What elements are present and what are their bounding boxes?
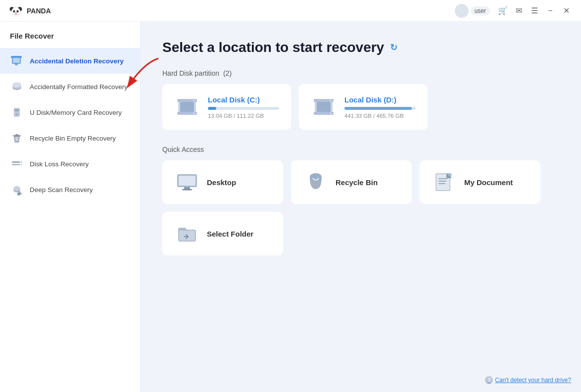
sidebar-item-deep-scan[interactable]: Deep Scan Recovery: [0, 177, 140, 202]
svg-point-25: [20, 164, 21, 165]
sidebar-label-deep-scan: Deep Scan Recovery: [30, 186, 93, 194]
svg-point-3: [11, 7, 20, 16]
desktop-icon: [175, 170, 199, 194]
svg-point-24: [20, 161, 21, 162]
quick-card-recycle-bin[interactable]: Recycle Bin: [291, 160, 412, 204]
svg-rect-50: [438, 181, 446, 182]
disk-c-bar: [208, 107, 279, 110]
svg-rect-36: [317, 102, 331, 112]
quick-label-select-folder: Select Folder: [207, 230, 253, 238]
help-link-text: Can't detect your hard drive?: [495, 377, 571, 384]
disk-grid: Local Disk (C:) 13.04 GB / 111.22 GB: [162, 84, 559, 130]
disk-d-info: Local Disk (D:) 441.33 GB / 465.76 GB: [344, 96, 416, 119]
sidebar-item-disk-loss[interactable]: Disk Loss Recovery: [0, 151, 140, 177]
svg-point-5: [16, 10, 18, 12]
quick-label-recycle-bin: Recycle Bin: [336, 178, 378, 187]
disk-c-info: Local Disk (C:) 13.04 GB / 111.22 GB: [208, 96, 279, 119]
svg-point-34: [194, 113, 195, 114]
svg-rect-44: [182, 189, 192, 191]
svg-rect-15: [15, 109, 19, 111]
page-title-text: Select a location to start recovery: [162, 40, 384, 55]
svg-point-28: [17, 193, 20, 196]
quick-access-section-title: Quick Access: [162, 146, 559, 153]
disk-card-d[interactable]: Local Disk (D:) 441.33 GB / 465.76 GB: [299, 84, 428, 130]
sidebar-item-accidental-deletion[interactable]: Accidental Deletion Recovery: [0, 48, 140, 74]
svg-rect-51: [438, 183, 445, 184]
svg-point-27: [13, 186, 20, 191]
help-icon: ?: [485, 376, 493, 384]
svg-point-40: [330, 113, 332, 114]
sidebar-item-udisk[interactable]: U Disk/Memory Card Recovery: [0, 99, 140, 125]
sidebar-label-udisk: U Disk/Memory Card Recovery: [30, 109, 122, 116]
svg-rect-18: [15, 134, 18, 136]
svg-rect-10: [15, 63, 18, 65]
accidentally-formatted-icon: [10, 80, 24, 94]
hard-disk-section-title: Hard Disk partition (2): [162, 69, 559, 77]
main-content: Select a location to start recovery ↻ Ha…: [141, 22, 581, 392]
help-link[interactable]: ? Can't detect your hard drive?: [485, 376, 571, 384]
select-folder-icon: [175, 222, 199, 245]
deep-scan-icon: [10, 183, 24, 196]
user-avatar: [455, 4, 469, 18]
svg-rect-9: [11, 56, 22, 58]
sidebar-title: File Recover: [0, 32, 140, 48]
my-document-icon: [433, 170, 456, 194]
panda-icon: [8, 3, 24, 19]
quick-card-select-folder[interactable]: Select Folder: [162, 212, 283, 255]
minimize-button[interactable]: −: [543, 4, 557, 18]
sidebar-label-accidental-deletion: Accidental Deletion Recovery: [30, 57, 124, 65]
svg-rect-30: [180, 102, 194, 112]
recycle-bin-icon: [10, 131, 24, 145]
disk-c-name: Local Disk (C:): [208, 96, 279, 104]
app-name-label: PANDA: [27, 7, 51, 15]
quick-card-my-document[interactable]: My Document: [420, 160, 540, 204]
disk-d-bar: [344, 107, 416, 110]
quick-access-grid: Desktop Recycle Bin: [162, 160, 559, 255]
disk-d-size: 441.33 GB / 465.76 GB: [344, 113, 416, 119]
cart-button[interactable]: 🛒: [496, 4, 510, 18]
app-logo: PANDA: [8, 3, 51, 19]
svg-point-6: [14, 12, 17, 14]
svg-point-16: [16, 113, 18, 115]
svg-point-13: [12, 82, 21, 87]
close-button[interactable]: ✕: [559, 4, 573, 18]
svg-rect-14: [14, 108, 20, 117]
disk-d-name: Local Disk (D:): [344, 96, 416, 104]
udisk-icon: [10, 105, 24, 119]
main-layout: File Recover Accidental Deletion Recover…: [0, 22, 581, 392]
sidebar-label-recycle-bin: Recycle Bin Empty Recovery: [30, 135, 116, 142]
username-label: user: [471, 6, 490, 15]
sidebar-label-disk-loss: Disk Loss Recovery: [30, 160, 89, 168]
svg-rect-42: [179, 176, 195, 186]
titlebar-controls: user 🛒 ✉ ☰ − ✕: [455, 4, 573, 18]
menu-button[interactable]: ☰: [528, 4, 541, 18]
refresh-icon[interactable]: ↻: [390, 42, 397, 53]
disk-card-c[interactable]: Local Disk (C:) 13.04 GB / 111.22 GB: [162, 84, 291, 130]
svg-rect-49: [438, 178, 447, 179]
disk-loss-icon: [10, 157, 24, 171]
quick-card-desktop[interactable]: Desktop: [162, 160, 283, 204]
quick-label-desktop: Desktop: [207, 178, 236, 187]
svg-point-33: [194, 100, 195, 101]
sidebar-item-recycle-bin[interactable]: Recycle Bin Empty Recovery: [0, 125, 140, 151]
disk-d-icon: [311, 94, 337, 120]
sidebar-label-accidentally-formatted: Accidentally Formatted Recovery: [30, 83, 128, 91]
titlebar: PANDA user 🛒 ✉ ☰ − ✕: [0, 0, 581, 22]
svg-point-4: [13, 10, 15, 12]
svg-point-39: [330, 100, 332, 101]
mail-button[interactable]: ✉: [512, 4, 526, 18]
disk-c-fill: [208, 107, 216, 110]
disk-d-fill: [344, 107, 412, 110]
sidebar: File Recover Accidental Deletion Recover…: [0, 22, 141, 392]
accidental-deletion-icon: [10, 54, 24, 68]
page-title-area: Select a location to start recovery ↻: [162, 40, 559, 55]
recycle-bin-quick-icon: [304, 170, 328, 194]
disk-c-icon: [174, 94, 200, 120]
disk-c-size: 13.04 GB / 111.22 GB: [208, 113, 279, 119]
quick-label-my-document: My Document: [464, 178, 513, 187]
sidebar-item-accidentally-formatted[interactable]: Accidentally Formatted Recovery: [0, 74, 140, 99]
svg-rect-8: [13, 58, 20, 63]
